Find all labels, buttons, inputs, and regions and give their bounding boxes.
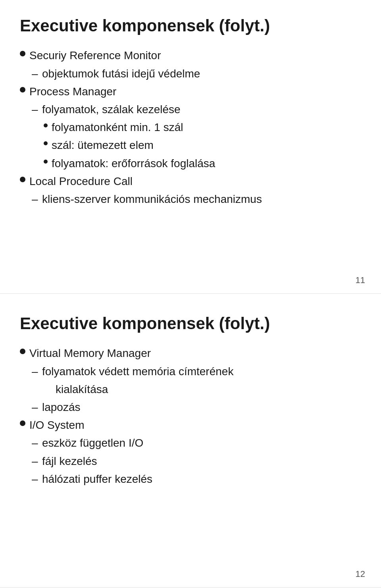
dash-icon: – bbox=[32, 453, 39, 469]
item-text: hálózati puffer kezelés bbox=[42, 471, 152, 487]
item-text: Virtual Memory Manager bbox=[29, 345, 361, 361]
list-item: Virtual Memory Manager bbox=[20, 345, 361, 361]
slide-1-content: Securiy Reference Monitor – objektumok f… bbox=[20, 48, 361, 207]
list-item: – objektumok futási idejű védelme bbox=[20, 66, 361, 81]
slide-1: Executive komponensek (folyt.) Securiy R… bbox=[0, 0, 381, 294]
list-item: I/O System bbox=[20, 417, 361, 433]
item-text: folyamatok, szálak kezelése bbox=[42, 102, 181, 117]
dash-icon: – bbox=[32, 471, 39, 487]
list-item: – folyamatok, szálak kezelése bbox=[20, 102, 361, 117]
item-text: szál: ütemezett elem bbox=[52, 137, 154, 153]
list-item: – fájl kezelés bbox=[20, 453, 361, 469]
list-item: – eszköz független I/O bbox=[20, 435, 361, 451]
slide-2: Executive komponensek (folyt.) Virtual M… bbox=[0, 294, 381, 588]
item-text: objektumok futási idejű védelme bbox=[42, 66, 200, 81]
item-text: folyamatok: erőforrások foglalása bbox=[52, 156, 215, 171]
dash-icon: – bbox=[32, 364, 39, 379]
bullet-icon bbox=[20, 420, 25, 426]
slide-2-title: Executive komponensek (folyt.) bbox=[20, 314, 361, 334]
list-item: folyamatok: erőforrások foglalása bbox=[20, 156, 361, 171]
list-item: szál: ütemezett elem bbox=[20, 137, 361, 153]
slide-2-content: Virtual Memory Manager – folyamatok véde… bbox=[20, 345, 361, 487]
item-text: lapozás bbox=[42, 399, 81, 415]
dash-icon: – bbox=[32, 191, 39, 207]
item-text: kliens-szerver kommunikációs mechanizmus bbox=[42, 191, 262, 207]
list-item: Securiy Reference Monitor bbox=[20, 48, 361, 63]
bullet-icon bbox=[20, 349, 25, 354]
item-text: eszköz független I/O bbox=[42, 435, 143, 451]
list-item: – lapozás bbox=[20, 399, 361, 415]
list-item: – folyamatok védett memória címterének bbox=[20, 364, 361, 379]
list-item: Process Manager bbox=[20, 84, 361, 99]
item-text: Local Procedure Call bbox=[29, 174, 361, 189]
item-text: I/O System bbox=[29, 417, 361, 433]
dash-icon: – bbox=[32, 399, 39, 415]
item-text: Process Manager bbox=[29, 84, 361, 99]
page-number-2: 12 bbox=[356, 569, 365, 579]
item-text: folyamatonként min. 1 szál bbox=[52, 120, 183, 135]
page-number-1: 11 bbox=[356, 275, 365, 285]
sub-bullet-icon bbox=[44, 123, 48, 127]
bullet-icon bbox=[20, 177, 25, 182]
item-text: fájl kezelés bbox=[42, 453, 97, 469]
bullet-icon bbox=[20, 87, 25, 93]
list-item: – kliens-szerver kommunikációs mechanizm… bbox=[20, 191, 361, 207]
bullet-icon bbox=[20, 51, 25, 56]
list-item: kialakítása bbox=[20, 382, 361, 397]
list-item: – hálózati puffer kezelés bbox=[20, 471, 361, 487]
item-text: Securiy Reference Monitor bbox=[29, 48, 361, 63]
list-item: folyamatonként min. 1 szál bbox=[20, 120, 361, 135]
sub-bullet-icon bbox=[44, 160, 48, 164]
dash-icon: – bbox=[32, 102, 39, 117]
dash-icon: – bbox=[32, 435, 39, 451]
list-item: Local Procedure Call bbox=[20, 174, 361, 189]
item-text: kialakítása bbox=[56, 382, 108, 397]
dash-icon: – bbox=[32, 66, 39, 81]
sub-bullet-icon bbox=[44, 141, 48, 145]
slide-1-title: Executive komponensek (folyt.) bbox=[20, 16, 361, 36]
item-text: folyamatok védett memória címterének bbox=[42, 364, 233, 379]
